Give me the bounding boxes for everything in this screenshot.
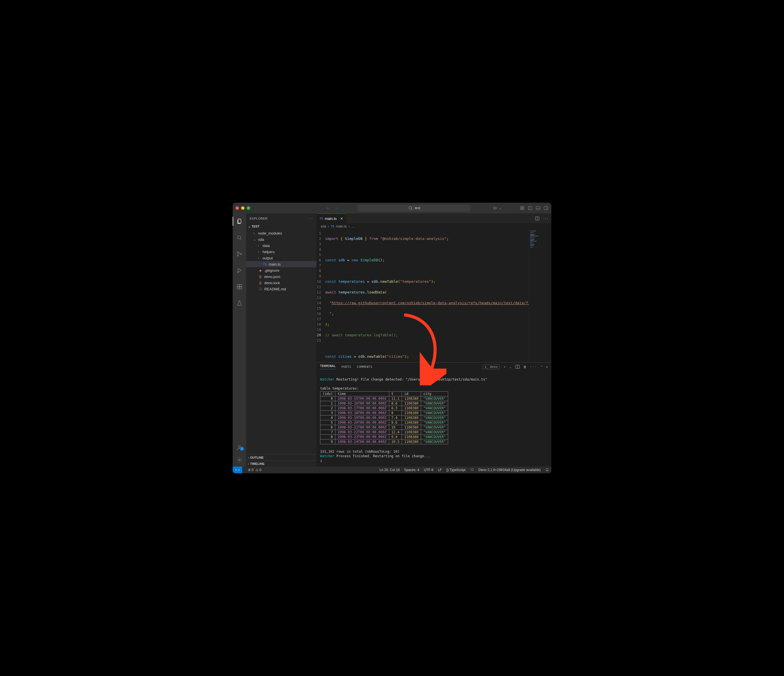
tree-folder-helpers[interactable]: ›helpers: [246, 249, 316, 255]
activity-testing[interactable]: [233, 297, 246, 309]
timeline-section[interactable]: ›TIMELINE: [246, 460, 316, 466]
toggle-primary-sidebar-icon[interactable]: [528, 205, 533, 211]
beaker-icon: [236, 300, 243, 306]
indentation-status[interactable]: Spaces: 4: [404, 468, 419, 472]
col-id: id: [402, 392, 421, 396]
kill-terminal-button[interactable]: 🗑: [523, 365, 527, 369]
json-file-icon: {}: [258, 275, 263, 278]
svg-rect-2: [493, 207, 496, 209]
activity-search[interactable]: [233, 232, 246, 243]
tree-file-deno-lock[interactable]: {}deno.lock: [246, 280, 316, 286]
editor-more-button[interactable]: ···: [543, 216, 549, 221]
outline-section[interactable]: ›OUTLINE: [246, 454, 316, 460]
chevron-right-icon: ›: [248, 456, 249, 459]
new-terminal-button[interactable]: ＋: [503, 365, 506, 369]
panel-tab-comments[interactable]: COMMENTS: [357, 365, 372, 369]
tree-file-main-ts[interactable]: TSmain.ts: [246, 261, 316, 267]
files-icon: [236, 218, 243, 224]
minimap[interactable]: ▓▓▓▓▓▓▓▓▓▓▓▓▓▓ ▓▓▓▓▓▓▓▓▓▓▓▓▓▓▓▓▓▓▓▓▓▓▓▓▓…: [529, 230, 551, 362]
tree-folder-output[interactable]: ›output: [246, 255, 316, 261]
command-center-search[interactable]: test: [358, 205, 470, 211]
notifications-button[interactable]: [545, 468, 549, 472]
editor-area: TS main.ts ✕ ··· sda › TS main.ts › …: [317, 213, 551, 466]
tree-label: output: [263, 256, 273, 260]
close-window-button[interactable]: [235, 206, 239, 210]
warning-icon: ⚠: [255, 468, 258, 472]
chevron-right-icon: ›: [254, 232, 256, 235]
panel-tab-terminal[interactable]: TERMINAL: [320, 364, 336, 369]
tree-folder-sda[interactable]: ⌄sda: [246, 236, 316, 242]
terminal-dropdown-button[interactable]: ⌄: [510, 365, 512, 369]
toggle-panel-icon[interactable]: [535, 205, 541, 211]
zoom-window-button[interactable]: [247, 206, 250, 210]
table-row: 51998-03-20T00:00:00.000Z9.61108380"VANC…: [320, 420, 448, 425]
svg-rect-8: [523, 208, 524, 210]
minimize-window-button[interactable]: [241, 206, 244, 210]
terminal-profile-chip[interactable]: ❯_deno: [482, 365, 500, 369]
copilot-status[interactable]: [470, 468, 474, 472]
maximize-panel-button[interactable]: ⌃: [541, 365, 543, 369]
tree-file-gitignore[interactable]: ◆.gitignore: [246, 267, 316, 274]
activity-extensions[interactable]: [233, 281, 246, 292]
tree-label: node_modules: [258, 231, 282, 235]
terminal-output[interactable]: Watcher Restarting! File change detected…: [317, 371, 551, 466]
tree-folder-node-modules[interactable]: ›node_modules: [246, 230, 316, 236]
problems-indicator[interactable]: ⊘ 0 ⚠ 0: [248, 468, 261, 472]
close-panel-button[interactable]: ✕: [546, 365, 548, 369]
language-mode[interactable]: {} TypeScript: [446, 468, 466, 472]
tree-folder-data[interactable]: ›data: [246, 242, 316, 249]
breadcrumb-folder: sda: [320, 224, 326, 228]
folder-section-header[interactable]: ⌄ TEST: [246, 223, 316, 230]
breadcrumb[interactable]: sda › TS main.ts › …: [317, 223, 551, 230]
activity-accounts[interactable]: 1: [233, 443, 246, 452]
source-control-icon: [236, 251, 243, 257]
panel-more-button[interactable]: ···: [530, 365, 537, 369]
svg-rect-5: [521, 206, 522, 208]
bell-icon: [545, 468, 549, 472]
activity-source-control[interactable]: [233, 249, 246, 260]
svg-point-0: [409, 207, 411, 209]
svg-point-19: [240, 253, 241, 255]
chevron-down-icon: ⌄: [499, 206, 501, 210]
back-button[interactable]: ←: [326, 205, 330, 211]
activity-run-debug[interactable]: [233, 265, 246, 276]
panel-tab-ports[interactable]: PORTS: [341, 365, 351, 369]
svg-point-4: [495, 208, 496, 208]
explorer-sidebar: EXPLORER ··· ⌄ TEST ›node_modules ⌄sda ›…: [246, 213, 317, 466]
toggle-secondary-sidebar-icon[interactable]: [543, 205, 549, 211]
split-editor-icon[interactable]: [535, 216, 540, 221]
tab-main-ts[interactable]: TS main.ts ✕: [317, 213, 346, 223]
remote-indicator[interactable]: [233, 466, 242, 473]
tree-file-deno-json[interactable]: {}deno.json: [246, 274, 316, 280]
panel-tabs: TERMINAL PORTS COMMENTS ❯_deno ＋ ⌄ 🗑 ···…: [317, 362, 551, 371]
svg-point-17: [237, 252, 238, 253]
watcher-label: Watcher: [320, 454, 334, 458]
deno-status[interactable]: Deno 2.1.9+28834a8 (Upgrade available): [479, 468, 541, 472]
copilot-indicator[interactable]: ⌄: [492, 205, 501, 211]
activity-settings[interactable]: [233, 456, 246, 464]
json-file-icon: {}: [258, 281, 263, 284]
code-editor[interactable]: 123456789101112131415161718192021 import…: [317, 230, 529, 362]
encoding-status[interactable]: UTF-8: [424, 468, 434, 472]
search-icon: [236, 235, 243, 241]
code-content: import { SimpleDB } from "@nshiab/simple…: [325, 230, 529, 362]
svg-rect-24: [240, 287, 242, 289]
svg-rect-22: [237, 284, 239, 286]
activity-explorer[interactable]: [233, 216, 246, 227]
folder-root-name: TEST: [252, 225, 260, 228]
extensions-icon: [236, 284, 243, 290]
eol-status[interactable]: LF: [438, 468, 442, 472]
table-title: table temperatures:: [320, 387, 359, 390]
explorer-more-button[interactable]: ···: [309, 217, 313, 220]
close-tab-button[interactable]: ✕: [340, 216, 343, 221]
terminal-cursor: ▯: [320, 458, 322, 463]
forward-button[interactable]: →: [335, 205, 339, 211]
watcher-restart-msg: Restarting! File change detected: "/User…: [334, 378, 487, 381]
bottom-panel: TERMINAL PORTS COMMENTS ❯_deno ＋ ⌄ 🗑 ···…: [317, 362, 551, 466]
tree-file-readme[interactable]: ⓘREADME.md: [246, 286, 316, 292]
layout-customize-icon[interactable]: [520, 205, 525, 211]
ts-file-icon: TS: [331, 225, 334, 228]
split-terminal-icon[interactable]: [515, 364, 520, 369]
ts-file-icon: TS: [263, 263, 267, 266]
cursor-position[interactable]: Ln 20, Col 18: [380, 468, 400, 472]
